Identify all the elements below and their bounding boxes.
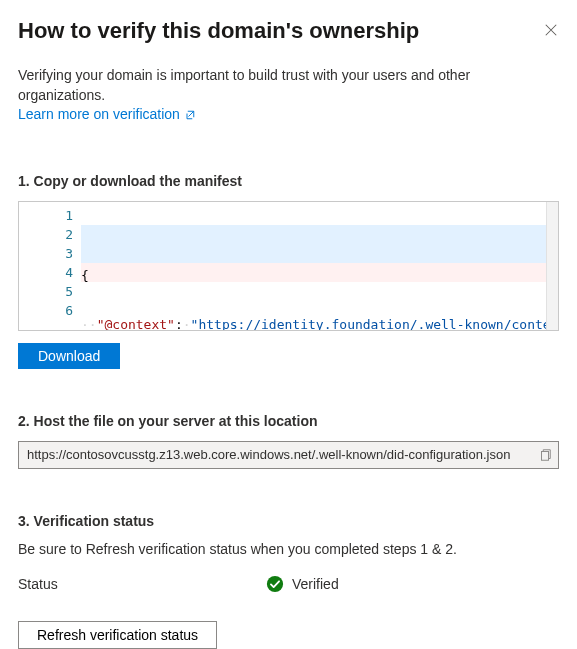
step2-title: 2. Host the file on your server at this … <box>18 413 559 429</box>
line-number-gutter: 1 2 3 4 5 6 <box>19 202 81 330</box>
download-button[interactable]: Download <box>18 343 120 369</box>
step3-note: Be sure to Refresh verification status w… <box>18 541 559 557</box>
host-url-text: https://contosovcusstg.z13.web.core.wind… <box>27 447 538 462</box>
intro-text: Verifying your domain is important to bu… <box>18 67 470 103</box>
step3-title: 3. Verification status <box>18 513 559 529</box>
manifest-code-block[interactable]: 1 2 3 4 5 6 { ··"@context":·"https://ide… <box>18 201 559 331</box>
code-content: { ··"@context":·"https://identity.founda… <box>81 202 558 330</box>
host-url-field: https://contosovcusstg.z13.web.core.wind… <box>18 441 559 469</box>
status-label: Status <box>18 576 266 592</box>
scrollbar[interactable] <box>546 202 558 330</box>
close-button[interactable] <box>543 22 559 38</box>
svg-rect-0 <box>542 451 549 460</box>
close-icon <box>544 23 558 37</box>
external-link-icon <box>184 109 196 121</box>
learn-more-link[interactable]: Learn more on verification <box>18 105 196 125</box>
status-value-text: Verified <box>292 576 339 592</box>
learn-more-label: Learn more on verification <box>18 105 180 125</box>
svg-point-1 <box>267 576 283 592</box>
copy-icon[interactable] <box>538 448 552 462</box>
refresh-status-button[interactable]: Refresh verification status <box>18 621 217 649</box>
step1-title: 1. Copy or download the manifest <box>18 173 559 189</box>
page-title: How to verify this domain's ownership <box>18 18 419 44</box>
verified-check-icon <box>266 575 284 593</box>
